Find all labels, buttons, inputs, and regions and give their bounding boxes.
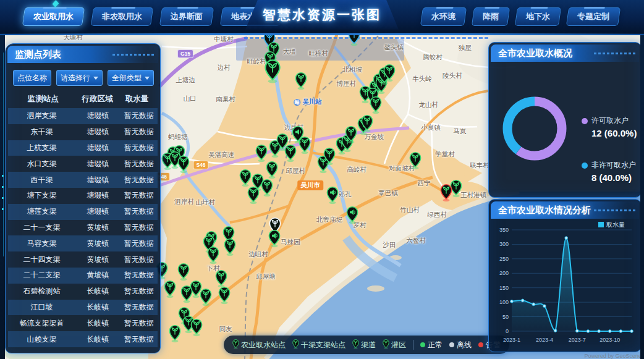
water-station-marker-icon[interactable]	[261, 179, 273, 200]
table-row[interactable]: 东干渠塘㙍镇暂无数据	[8, 124, 158, 140]
map-legend-status: 离线	[449, 340, 472, 350]
region-select[interactable]: 请选择行	[56, 70, 103, 86]
speaker-marker-icon[interactable]	[268, 230, 281, 250]
map-place-label: 博厓村	[336, 80, 356, 88]
speaker-marker-icon[interactable]	[346, 206, 358, 227]
alert-marker-icon[interactable]	[440, 184, 452, 205]
water-analysis-panel: 全市农业取水情况分析 0501001502002503003502023-120…	[488, 199, 642, 352]
map-place-label: 六鳌村	[406, 237, 426, 245]
svg-text:300: 300	[499, 241, 509, 247]
water-station-marker-icon[interactable]	[284, 145, 297, 165]
map-legend-type[interactable]: 农业取水站点	[232, 339, 286, 351]
table-row[interactable]: 二十二支渠黄坡镇暂无数据	[8, 268, 158, 284]
water-station-marker-icon[interactable]	[409, 152, 422, 172]
table-row[interactable]: 山赖支渠长岐镇暂无数据	[8, 331, 158, 347]
svg-text:0: 0	[506, 328, 509, 334]
donut-legend-item[interactable]: 非许可取水户8 (40.0%)	[582, 160, 636, 183]
speaker-marker-icon[interactable]	[326, 187, 339, 207]
map-legend-type[interactable]: 灌区	[383, 339, 406, 351]
water-station-marker-icon[interactable]	[345, 126, 357, 146]
type-select[interactable]: 全部类型	[108, 70, 154, 86]
top-bar: 农业取用水非农取用水边界断面地表水源地 智慧水资源一张图 水环境降雨地下水专题定…	[0, 0, 644, 35]
water-station-marker-icon[interactable]	[177, 156, 190, 176]
table-row[interactable]: 泗岸支渠塘㙍镇暂无数据	[8, 108, 158, 124]
map-place-label: 王村港镇	[460, 191, 486, 200]
water-station-marker-icon[interactable]	[169, 325, 181, 345]
table-row[interactable]: 畅流支渠渠首长岐镇暂无数据	[8, 315, 158, 331]
map-place-label: 西宁	[418, 179, 431, 188]
tab-right-1[interactable]: 降雨	[472, 7, 510, 26]
map-dashed-line	[244, 37, 488, 39]
water-station-marker-icon[interactable]	[265, 59, 281, 87]
table-row[interactable]: 二十一支渠黄坡镇暂无数据	[8, 220, 158, 236]
water-station-marker-icon[interactable]	[323, 148, 336, 168]
map-place-label: 北帝庙堀	[316, 216, 342, 224]
water-station-marker-icon[interactable]	[295, 72, 307, 93]
water-station-marker-icon[interactable]	[383, 64, 396, 85]
map-place-label: 马岚	[454, 127, 467, 136]
map-place-label: 泗岸村	[174, 198, 194, 206]
col-region: 行政区域	[75, 94, 119, 104]
map-place-label: 学堂村	[435, 150, 455, 159]
legend-label: 许可取水户	[591, 116, 629, 126]
status-dot-icon	[478, 342, 483, 347]
donut-legend-item[interactable]: 许可取水户12 (60.0%)	[582, 116, 637, 138]
water-station-marker-icon[interactable]	[370, 96, 382, 117]
water-station-marker-icon[interactable]	[361, 115, 373, 135]
water-station-marker-icon[interactable]	[218, 287, 231, 307]
legend-label: 非许可取水户	[591, 160, 636, 171]
map-place-label: 独屋	[459, 44, 472, 53]
table-row[interactable]: 西干渠塘㙍镇暂无数据	[8, 172, 158, 188]
table-row[interactable]: 塘下支渠塘㙍镇暂无数据	[8, 188, 158, 204]
tab-left-2[interactable]: 边界断面	[159, 7, 214, 26]
table-row[interactable]: 石碧检测站长岐镇暂无数据	[8, 284, 158, 300]
railway-station-text: 吴川站	[302, 98, 322, 106]
region-select-label: 请选择行	[61, 73, 90, 83]
water-station-marker-icon[interactable]	[247, 187, 260, 207]
tab-right-3[interactable]: 专题定制	[566, 7, 621, 26]
map-place-label: 高岭村	[347, 166, 366, 174]
water-station-marker-icon[interactable]	[207, 247, 219, 267]
analysis-title: 全市农业取水情况分析	[491, 201, 639, 219]
speaker-marker-icon[interactable]	[292, 126, 304, 146]
app-root: 大塘村中塘村鳌头镇独屋腾蛟村牛头岭陵头村龙山村小良镇马岚学堂村联丰村对面坡村西宁…	[0, 0, 644, 359]
city-badge: 吴川市	[297, 180, 323, 190]
water-station-marker-icon[interactable]	[224, 239, 236, 259]
map-place-label: 邱屋村	[286, 167, 305, 175]
map-place-label: 鳌头镇	[384, 43, 404, 52]
tab-right-0[interactable]: 水环境	[420, 7, 467, 26]
railway-station-icon: 站	[294, 99, 300, 106]
monitoring-list-panel: 监测点列表 点位名称 请选择行 全部类型 监测站点 行政区域 取水量 泗岸支渠塘…	[5, 43, 161, 353]
map-place-label: 邱屋塘	[256, 272, 276, 281]
map-place-label: 吴湛高速	[208, 151, 234, 159]
water-station-marker-icon[interactable]	[190, 319, 203, 339]
chevron-down-icon	[145, 77, 150, 80]
area-chart: 0501001502002503003502023-12023-42023-72…	[493, 220, 637, 347]
table-row[interactable]: 上杭支渠塘㙍镇暂无数据	[8, 140, 158, 156]
filters-row: 点位名称 请选择行 全部类型	[13, 70, 153, 86]
table-row[interactable]: 水口支渠塘㙍镇暂无数据	[8, 156, 158, 172]
tab-right-2[interactable]: 地下水	[515, 7, 561, 26]
table-row[interactable]: 江口坡长岐镇暂无数据	[8, 300, 158, 316]
table-row[interactable]: 马容支渠黄坡镇暂无数据	[8, 235, 158, 251]
chevron-down-icon	[93, 77, 98, 80]
table-row[interactable]: 塘莲支渠塘㙍镇暂无数据	[8, 204, 158, 220]
water-station-marker-icon[interactable]	[180, 285, 193, 306]
water-station-marker-icon[interactable]	[177, 263, 190, 284]
tab-left-1[interactable]: 非农取用水	[91, 7, 153, 26]
map-legend-type[interactable]: 干渠支渠站点	[292, 339, 345, 351]
map-place-label: 中塘村	[214, 35, 234, 44]
table-row[interactable]: 二十四支渠黄坡镇暂无数据	[8, 251, 158, 268]
map-place-label: 绿西村	[427, 211, 447, 219]
map-place-label: 山口	[184, 95, 197, 103]
svg-text:2023-1: 2023-1	[503, 337, 520, 343]
pin-icon	[383, 339, 389, 351]
water-station-marker-icon[interactable]	[266, 161, 278, 182]
water-station-marker-icon[interactable]	[164, 281, 176, 301]
tab-left-0[interactable]: 农业取用水	[22, 7, 85, 26]
point-name-button[interactable]: 点位名称	[13, 70, 51, 86]
map-legend-type[interactable]: 渠道	[352, 339, 376, 351]
map-place-label: 覃巴镇	[378, 189, 398, 198]
water-station-marker-icon[interactable]	[200, 289, 212, 309]
legend-dot-icon	[582, 163, 588, 169]
